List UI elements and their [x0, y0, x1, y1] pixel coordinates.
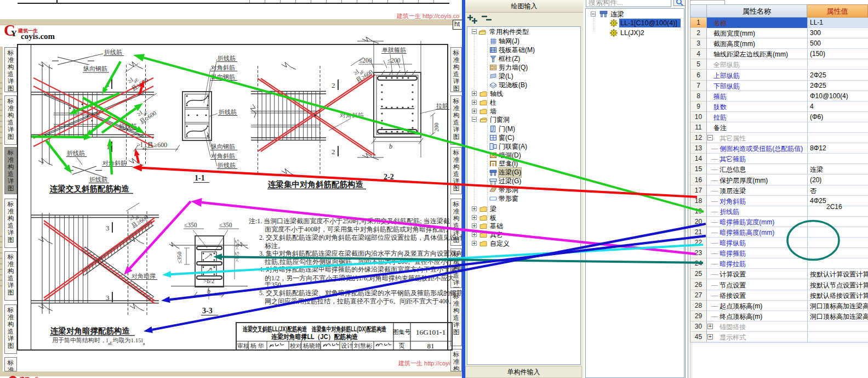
svg-text:2: 2: [332, 81, 335, 89]
svg-text:标注。: 标注。: [265, 242, 284, 250]
svg-text:的1/2，另一方向不宜小于梁宽的1/6;对角暗撑约束箍筋肢距: 的1/2，另一方向不宜小于梁宽的1/6;对角暗撑约束箍筋肢距不应大: [265, 274, 454, 282]
svg-text:连梁对角暗撑配筋构造: 连梁对角暗撑配筋构造: [50, 326, 130, 335]
svg-text:于350.: 于350.: [265, 281, 283, 289]
svg-text:纵向钢筋: 纵向钢筋: [211, 74, 235, 80]
svg-text:b: b: [389, 143, 392, 150]
svg-text:1: 1: [106, 80, 110, 88]
svg-text:3: 3: [106, 294, 110, 302]
svg-text:连梁对角暗撑LL（JC）配筋构造: 连梁对角暗撑LL（JC）配筋构造: [271, 333, 358, 341]
svg-text:折线筋: 折线筋: [104, 49, 122, 55]
svg-text:对角斜筋: 对角斜筋: [211, 64, 235, 71]
svg-text:对角斜筋: 对角斜筋: [211, 153, 235, 159]
svg-text:3. 集中对角斜筋配筋连梁应在梁截面内沿水平方向及竖直方向设: 3. 集中对角斜筋配筋连梁应在梁截面内沿水平方向及竖直方向设置双向: [259, 250, 462, 257]
svg-text:≤200: ≤200: [387, 57, 401, 64]
svg-text:校对: 校对: [289, 342, 302, 349]
svg-text:折线筋: 折线筋: [218, 109, 237, 115]
svg-text:≤350: ≤350: [184, 222, 197, 228]
svg-text:注:1. 当洞口连梁截面宽度不小于250时,可采用交叉斜筋配: 注:1. 当洞口连梁截面宽度不小于250时,可采用交叉斜筋配筋; 当连梁截: [249, 217, 450, 225]
svg-text:杨 华: 杨 华: [250, 342, 264, 349]
svg-text:连梁集中对角斜筋配筋构造: 连梁集中对角斜筋配筋构造: [267, 180, 364, 189]
svg-text:折线筋: 折线筋: [217, 55, 236, 61]
svg-text:对角斜筋: 对角斜筋: [102, 160, 127, 166]
svg-text:2: 2: [332, 148, 335, 156]
svg-text:3: 3: [106, 224, 110, 232]
svg-text:单肢箍筋: 单肢箍筋: [382, 47, 406, 53]
svg-text:≤350: ≤350: [219, 222, 232, 228]
svg-text:5. 交叉斜筋配筋连梁、对角暗撑配筋连梁的水平钢筋及箍筋形成: 5. 交叉斜筋配筋连梁、对角暗撑配筋连梁的水平钢筋及箍筋形成的钢筋: [259, 289, 462, 297]
svg-text:刘慧彬: 刘慧彬: [353, 342, 372, 349]
svg-text:纵向钢筋: 纵向钢筋: [211, 143, 235, 150]
svg-text:对角暗撑: 对角暗撑: [132, 273, 156, 279]
svg-text:>b/5 >b/5: >b/5 >b/5: [234, 240, 240, 262]
svg-text:折线筋: 折线筋: [118, 123, 137, 129]
svg-text:折线筋: 折线筋: [89, 176, 107, 183]
svg-text:用于筒中筒结构时，laE均取为1.15la: 用于筒中筒结构时，laE均取为1.15la: [52, 337, 145, 346]
svg-text:>b/2: >b/2: [203, 278, 214, 284]
svg-text:拉筋,拉筋应勾住外侧纵向钢筋，间距不应大于200。直径不应小: 拉筋,拉筋应勾住外侧纵向钢筋，间距不应大于200。直径不应小于6。: [264, 258, 462, 266]
svg-text:1-1: 1-1: [195, 174, 205, 182]
svg-text:折线筋: 折线筋: [66, 150, 85, 156]
svg-text:拉筋: 拉筋: [436, 103, 448, 109]
svg-text:连梁交叉斜筋LL(JX)配筋构造 连梁集中对角斜筋LL(DX: 连梁交叉斜筋LL(JX)配筋构造 连梁集中对角斜筋LL(DX)配筋构造: [243, 325, 387, 333]
svg-text:≤200: ≤200: [359, 57, 372, 64]
svg-text:页: 页: [399, 342, 405, 349]
svg-text:对角斜筋: 对角斜筋: [340, 112, 364, 119]
svg-text:1: 1: [106, 143, 110, 151]
svg-text:折线筋: 折线筋: [217, 162, 236, 168]
svg-text:2. 交叉斜筋配筋连梁的对角斜筋在梁端部位应设置拉筋，具体值: 2. 交叉斜筋配筋连梁的对角斜筋在梁端部位应设置拉筋，具体值见设计: [259, 234, 462, 241]
svg-text:3-3: 3-3: [202, 307, 213, 315]
svg-text:面宽度不小于400时，可采用集中对角斜筋配筋或对角暗撑配筋。: 面宽度不小于400时，可采用集中对角斜筋配筋或对角暗撑配筋。: [265, 225, 452, 233]
svg-text:网之间应采用拉筋拉结，拉筋直径不宜小于6。间距不宜大于400: 网之间应采用拉筋拉结，拉筋直径不宜小于6。间距不宜大于400。: [265, 297, 455, 305]
svg-text:200: 200: [433, 122, 439, 132]
svg-text:2-2: 2-2: [384, 173, 394, 181]
svg-text:审核: 审核: [237, 342, 249, 349]
svg-text:杨晓艳: 杨晓艳: [302, 342, 321, 349]
svg-text:81: 81: [427, 342, 435, 350]
svg-text:图集号: 图集号: [393, 329, 411, 335]
svg-text:16G101-1: 16G101-1: [416, 328, 446, 336]
svg-text:4. 对角暗撑配筋连梁中暗撑箍筋的外缘沿梁截面宽度方向不宜小: 4. 对角暗撑配筋连梁中暗撑箍筋的外缘沿梁截面宽度方向不宜小于梁宽: [259, 266, 462, 273]
svg-text:连梁交叉斜筋配筋构造: 连梁交叉斜筋配筋构造: [49, 184, 130, 193]
svg-text:≤350: ≤350: [176, 251, 182, 264]
svg-text:设计: 设计: [341, 342, 353, 349]
svg-text:纵向钢筋: 纵向钢筋: [83, 65, 107, 72]
